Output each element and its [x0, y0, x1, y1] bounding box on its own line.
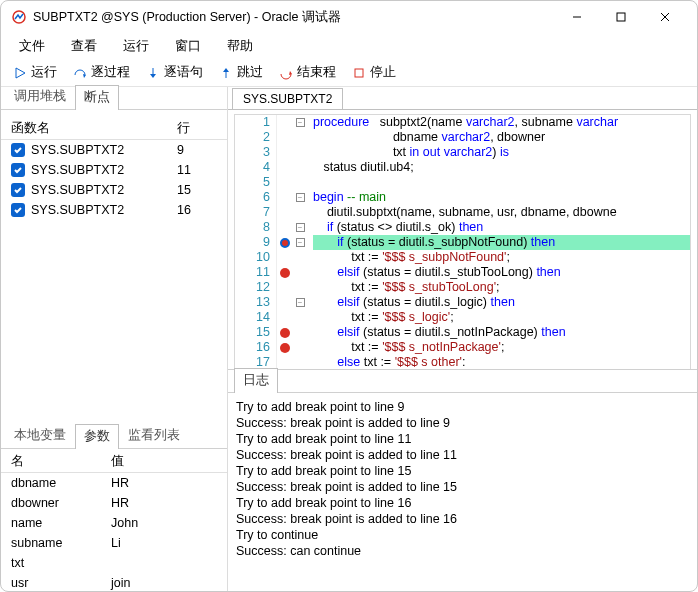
svg-marker-8 [223, 68, 229, 72]
param-row[interactable]: nameJohn [1, 513, 227, 533]
fold-icon[interactable]: − [296, 298, 305, 307]
step-into-button[interactable]: 逐语句 [140, 61, 209, 84]
menu-run[interactable]: 运行 [111, 33, 161, 59]
svg-rect-10 [355, 69, 363, 77]
bp-ln: 9 [177, 143, 217, 157]
param-name: txt [11, 556, 111, 570]
code-line[interactable]: if (status <> diutil.s_ok) then [313, 220, 690, 235]
breakpoint-icon[interactable] [280, 268, 290, 278]
code-editor[interactable]: 1234567891011121314151617 −−−−− procedur… [234, 114, 691, 369]
param-row[interactable]: usrjoin [1, 573, 227, 592]
code-line[interactable]: procedure subptxt2(name varchar2, subnam… [313, 115, 690, 130]
bp-header-ln[interactable]: 行 [177, 119, 217, 137]
maximize-button[interactable] [599, 2, 643, 32]
param-row[interactable]: txt [1, 553, 227, 573]
svg-marker-7 [150, 74, 156, 78]
code-line[interactable]: dbname varchar2, dbowner [313, 130, 690, 145]
param-value: HR [111, 496, 217, 510]
code-line[interactable]: status diutil.ub4; [313, 160, 690, 175]
log-line: Try to add break point to line 16 [236, 495, 689, 511]
breakpoint-icon[interactable] [280, 343, 290, 353]
titlebar: SUBPTXT2 @SYS (Production Server) - Orac… [1, 1, 697, 33]
tab-log[interactable]: 日志 [234, 368, 278, 393]
code-line[interactable]: txt := '$$$ s_stubTooLong'; [313, 280, 690, 295]
bp-fn: SYS.SUBPTXT2 [31, 163, 124, 177]
fold-icon[interactable]: − [296, 118, 305, 127]
tab-breakpoints[interactable]: 断点 [75, 85, 119, 110]
bp-header-fn[interactable]: 函数名 [11, 119, 177, 137]
log-line: Try to add break point to line 9 [236, 399, 689, 415]
breakpoint-row[interactable]: SYS.SUBPTXT216 [1, 200, 227, 220]
bp-fn: SYS.SUBPTXT2 [31, 183, 124, 197]
code-line[interactable]: txt := '$$$ s_logic'; [313, 310, 690, 325]
code-line[interactable]: txt := '$$$ s_notInPackage'; [313, 340, 690, 355]
menu-view[interactable]: 查看 [59, 33, 109, 59]
svg-rect-2 [617, 13, 625, 21]
param-name: dbname [11, 476, 111, 490]
stop-button[interactable]: 停止 [346, 61, 402, 84]
fold-icon[interactable]: − [296, 193, 305, 202]
breakpoint-icon[interactable] [280, 328, 290, 338]
code-line[interactable]: else txt := '$$$ s other': [313, 355, 690, 369]
fold-icon[interactable]: − [296, 238, 305, 247]
editor-tab[interactable]: SYS.SUBPTXT2 [232, 88, 343, 110]
run-button[interactable]: 运行 [7, 61, 63, 84]
param-value: HR [111, 476, 217, 490]
code-line[interactable]: elsif (status = diutil.s_logic) then [313, 295, 690, 310]
bp-ln: 11 [177, 163, 217, 177]
breakpoint-current-icon[interactable] [280, 238, 290, 248]
breakpoint-row[interactable]: SYS.SUBPTXT211 [1, 160, 227, 180]
param-row[interactable]: dbownerHR [1, 493, 227, 513]
param-name: dbowner [11, 496, 111, 510]
bp-fn: SYS.SUBPTXT2 [31, 203, 124, 217]
fold-icon[interactable]: − [296, 223, 305, 232]
param-header-name[interactable]: 名 [11, 452, 111, 470]
breakpoint-row[interactable]: SYS.SUBPTXT29 [1, 140, 227, 160]
menu-file[interactable]: 文件 [7, 33, 57, 59]
log-output[interactable]: Try to add break point to line 9Success:… [228, 392, 697, 565]
log-line: Try to add break point to line 15 [236, 463, 689, 479]
breakpoint-row[interactable]: SYS.SUBPTXT215 [1, 180, 227, 200]
param-name: name [11, 516, 111, 530]
code-line[interactable]: if (status = diutil.s_subpNotFound) then [313, 235, 690, 250]
tab-watch[interactable]: 监看列表 [119, 423, 189, 448]
param-name: subname [11, 536, 111, 550]
app-icon [11, 9, 27, 25]
params-panel: 名 值 dbnameHRdbownerHRnameJohnsubnameLitx… [1, 448, 227, 592]
log-line: Success: break point is added to line 16 [236, 511, 689, 527]
log-line: Try to continue [236, 527, 689, 543]
param-row[interactable]: dbnameHR [1, 473, 227, 493]
tab-callstack[interactable]: 调用堆栈 [5, 84, 75, 109]
log-line: Try to add break point to line 11 [236, 431, 689, 447]
code-line[interactable]: begin -- main [313, 190, 690, 205]
tab-locals[interactable]: 本地变量 [5, 423, 75, 448]
breakpoints-panel: 函数名 行 SYS.SUBPTXT29SYS.SUBPTXT211SYS.SUB… [1, 109, 227, 228]
code-line[interactable]: elsif (status = diutil.s_stubTooLong) th… [313, 265, 690, 280]
step-out-button[interactable]: 跳过 [213, 61, 269, 84]
toolbar: 运行 逐过程 逐语句 跳过 结束程 停止 [1, 59, 697, 87]
checkbox-icon[interactable] [11, 163, 25, 177]
code-line[interactable]: diutil.subptxt(name, subname, usr, dbnam… [313, 205, 690, 220]
close-button[interactable] [643, 2, 687, 32]
param-value: Li [111, 536, 217, 550]
checkbox-icon[interactable] [11, 143, 25, 157]
menubar: 文件 查看 运行 窗口 帮助 [1, 33, 697, 59]
code-line[interactable]: txt in out varchar2) is [313, 145, 690, 160]
checkbox-icon[interactable] [11, 183, 25, 197]
bp-ln: 15 [177, 183, 217, 197]
menu-window[interactable]: 窗口 [163, 33, 213, 59]
checkbox-icon[interactable] [11, 203, 25, 217]
svg-marker-9 [289, 71, 292, 75]
menu-help[interactable]: 帮助 [215, 33, 265, 59]
param-header-val[interactable]: 值 [111, 452, 217, 470]
step-over-button[interactable]: 逐过程 [67, 61, 136, 84]
left-lower-tabs: 本地变量 参数 监看列表 [1, 426, 227, 448]
code-line[interactable]: elsif (status = diutil.s_notInPackage) t… [313, 325, 690, 340]
log-line: Success: break point is added to line 15 [236, 479, 689, 495]
minimize-button[interactable] [555, 2, 599, 32]
param-row[interactable]: subnameLi [1, 533, 227, 553]
terminate-button[interactable]: 结束程 [273, 61, 342, 84]
code-line[interactable]: txt := '$$$ s_subpNotFound'; [313, 250, 690, 265]
code-line[interactable] [313, 175, 690, 190]
tab-params[interactable]: 参数 [75, 424, 119, 449]
